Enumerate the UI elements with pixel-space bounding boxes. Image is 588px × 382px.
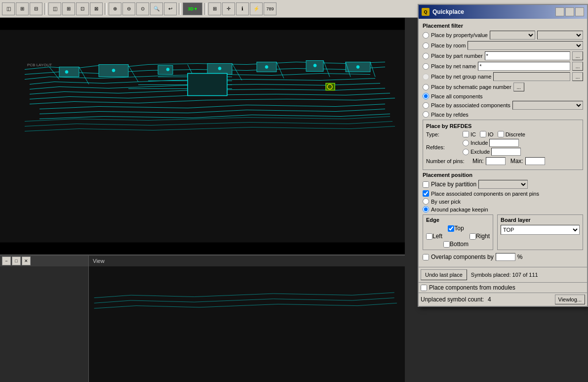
undo-last-place-btn[interactable]: Undo last place	[421, 269, 467, 280]
toolbar-btn-snap[interactable]: ✛	[222, 2, 235, 15]
select-board-layer[interactable]: TOP BOTTOM	[501, 225, 580, 235]
close-small-btn[interactable]: ✕	[22, 256, 31, 265]
toolbar-btn-grid[interactable]: ⊞	[208, 2, 221, 15]
type-ic-item: IC	[463, 131, 476, 137]
bottom-left-toolbar: − □ ✕	[0, 255, 88, 266]
toolbar-btn-zoom-win[interactable]: 🔍	[150, 2, 163, 15]
checkbox-discrete[interactable]	[498, 131, 504, 137]
checkbox-overlap[interactable]	[423, 254, 429, 260]
placement-filter-label: Placement filter	[423, 23, 583, 29]
filter-row-refdes: Place by refdes	[423, 111, 583, 118]
partition-row: Place by partition	[423, 180, 583, 189]
select-property-value[interactable]	[490, 31, 536, 40]
toolbar-btn-3[interactable]: ⊟	[30, 2, 42, 15]
svg-rect-3	[158, 66, 173, 75]
label-left: Left	[432, 233, 442, 240]
minimize-btn[interactable]: −	[2, 256, 11, 265]
checkbox-from-modules[interactable]	[421, 285, 427, 291]
checkbox-assoc-pins[interactable]	[423, 190, 429, 197]
toolbar-btn-3d[interactable]: 3D ▾	[183, 2, 202, 15]
restore-btn[interactable]: □	[12, 256, 21, 265]
dialog-restore-btn[interactable]	[565, 7, 574, 16]
view-label: View	[93, 258, 105, 264]
radio-exclude[interactable]	[463, 149, 469, 155]
toolbar-btn-zoom-fit[interactable]: ⊙	[136, 2, 149, 15]
dialog-minimize-btn[interactable]	[555, 7, 564, 16]
radio-keepin[interactable]	[423, 206, 429, 212]
include-item: Include	[463, 139, 521, 147]
toolbar-btn-6[interactable]: ⊡	[76, 2, 89, 15]
radio-include[interactable]	[463, 140, 469, 146]
checkbox-bottom[interactable]	[443, 241, 450, 248]
label-include: Include	[470, 140, 488, 146]
input-exclude[interactable]	[491, 148, 521, 156]
dialog-close-btn[interactable]	[575, 7, 584, 16]
dialog-title-text: Quickplace	[432, 8, 555, 15]
browse-schematic-btn[interactable]: ...	[513, 83, 524, 91]
checkbox-top[interactable]	[448, 225, 454, 232]
num-pins-label: Number of pins:	[426, 158, 470, 164]
filter-row-part-number: Place by part number ...	[423, 51, 583, 60]
browse-part-btn[interactable]: ...	[572, 51, 583, 60]
checkbox-right[interactable]	[470, 233, 476, 240]
filter-row-schematic: Place by schematic page number ...	[423, 83, 583, 91]
radio-net-group[interactable]	[423, 74, 429, 80]
toolbar-btn-zoom-in[interactable]: ⊕	[109, 2, 121, 15]
placement-position-label: Placement position	[423, 172, 583, 178]
toolbar-btn-7[interactable]: ⊠	[90, 2, 103, 15]
select-room[interactable]	[468, 41, 583, 50]
select-partition[interactable]	[478, 180, 528, 189]
svg-rect-0	[0, 30, 405, 243]
toolbar-btn-5[interactable]: ⊞	[62, 2, 75, 15]
input-min-pins[interactable]: 0	[486, 157, 506, 165]
edge-top-cell: Top	[443, 225, 469, 232]
radio-room[interactable]	[423, 42, 429, 49]
toolbar-btn-2[interactable]: ⊞	[16, 2, 29, 15]
radio-part-number[interactable]	[423, 53, 429, 59]
radio-net-name[interactable]	[423, 63, 429, 70]
radio-refdes[interactable]	[423, 111, 429, 118]
board-layer-box: Board layer TOP BOTTOM	[497, 214, 583, 250]
unplaced-count-label: Unplaced symbol count:	[421, 296, 484, 303]
toolbar-btn-info[interactable]: ℹ	[236, 2, 249, 15]
bottom-right-header: View	[89, 255, 405, 266]
toolbar-sep-1	[44, 3, 46, 15]
browse-net-group-btn[interactable]: ...	[572, 72, 583, 81]
input-net-group[interactable]	[493, 72, 570, 81]
toolbar-btn-zoom-out[interactable]: ⊖	[122, 2, 135, 15]
schematic-display[interactable]: PCB LAYOUT	[0, 18, 405, 255]
toolbar-btn-1[interactable]: ◫	[2, 2, 15, 15]
min-label: Min:	[472, 158, 484, 165]
toolbar-btn-num[interactable]: 789	[264, 2, 276, 15]
label-assoc-pins: Place associated components on parent pi…	[431, 191, 539, 197]
edge-board-container: Edge Top Left	[423, 214, 583, 250]
input-max-pins[interactable]: 0	[525, 157, 545, 165]
checkbox-io[interactable]	[480, 131, 486, 137]
filter-row-room: Place by room	[423, 41, 583, 50]
checkbox-ic[interactable]	[463, 131, 469, 137]
input-net-name[interactable]	[478, 62, 570, 71]
input-part-number[interactable]	[485, 51, 570, 60]
toolbar-btn-rat[interactable]: ⚡	[250, 2, 263, 15]
toolbar-btn-zoom-prev[interactable]: ↩	[164, 2, 177, 15]
label-part-number: Place by part number	[431, 53, 483, 59]
dialog-bottom-bar: Undo last place Symbols placed: 107 of 1…	[419, 267, 587, 282]
input-overlap[interactable]: 50	[496, 253, 515, 261]
select-property-value-2[interactable]	[537, 31, 583, 40]
checkbox-partition[interactable]	[423, 181, 429, 188]
input-include[interactable]	[489, 139, 519, 147]
label-all-components: Place all components	[431, 93, 483, 99]
radio-all-components[interactable]	[423, 93, 429, 99]
label-keepin: Around package keepin	[431, 207, 488, 212]
toolbar-btn-4[interactable]: ◫	[48, 2, 61, 15]
select-associated[interactable]	[512, 101, 583, 110]
radio-property-value[interactable]	[423, 32, 429, 39]
browse-net-btn[interactable]: ...	[572, 62, 583, 71]
refdes-type-label: Type:	[426, 131, 461, 137]
radio-associated[interactable]	[423, 102, 429, 109]
viewlog-btn[interactable]: Viewlog...	[555, 295, 586, 304]
radio-user-pick[interactable]	[423, 198, 429, 205]
board-layer-label: Board layer	[501, 217, 580, 223]
checkbox-left[interactable]	[426, 233, 432, 240]
radio-schematic[interactable]	[423, 84, 429, 90]
